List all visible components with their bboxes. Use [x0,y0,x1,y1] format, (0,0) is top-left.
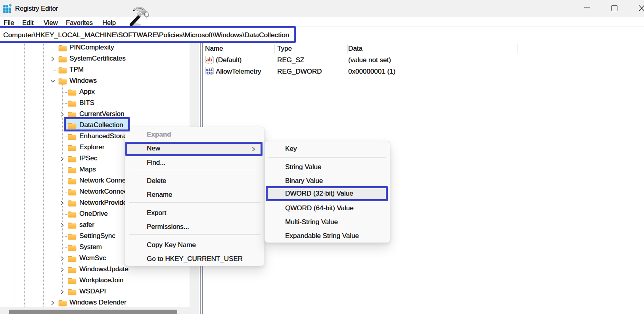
svg-text:11o: 11o [206,71,213,75]
svg-text:ab: ab [206,56,212,63]
